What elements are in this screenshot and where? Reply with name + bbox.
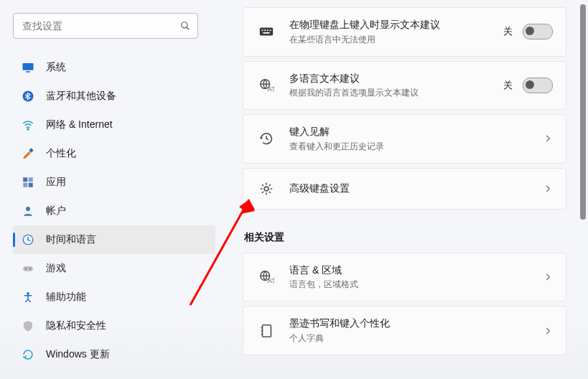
- svg-text:A字: A字: [268, 278, 274, 284]
- setting-card-2[interactable]: 键入见解查看键入和更正历史记录: [243, 114, 566, 164]
- svg-rect-2: [23, 63, 34, 70]
- sidebar-item-label: Windows 更新: [46, 348, 110, 361]
- scrollbar-thumb[interactable]: [580, 4, 586, 220]
- card-title: 语言 & 区域: [289, 263, 543, 278]
- chevron-right-icon: [543, 272, 553, 282]
- chevron-right-icon: [543, 134, 553, 144]
- sidebar-item-label: 系统: [46, 61, 66, 74]
- svg-line-1: [187, 27, 190, 30]
- chevron-right-icon: [543, 326, 553, 336]
- svg-rect-20: [267, 30, 269, 32]
- globe-text-icon: A字: [256, 75, 276, 95]
- svg-rect-7: [23, 177, 27, 182]
- svg-rect-3: [26, 71, 30, 72]
- bluetooth-icon: [20, 88, 36, 104]
- chevron-right-icon: [543, 184, 553, 194]
- sidebar-item-label: 辅助功能: [46, 291, 86, 304]
- monitor-icon: [20, 60, 36, 75]
- notebook-icon: [256, 321, 276, 341]
- toggle-switch[interactable]: [523, 24, 553, 39]
- card-subtitle: 语言包，区域格式: [289, 279, 543, 291]
- sidebar-item-4[interactable]: 应用: [13, 168, 215, 197]
- svg-rect-22: [263, 32, 269, 34]
- svg-rect-10: [29, 183, 33, 187]
- related-card-1[interactable]: 墨迹书写和键入个性化个人字典: [243, 306, 566, 355]
- related-card-0[interactable]: A字语言 & 区域语言包，区域格式: [243, 253, 566, 302]
- main-panel: 在物理键盘上键入时显示文本建议在某些语言中无法使用关A字多语言文本建议根据我的语…: [230, 0, 588, 379]
- toggle-switch[interactable]: [523, 78, 553, 93]
- sidebar-item-8[interactable]: 辅助功能: [13, 283, 215, 312]
- gear-icon: [256, 179, 276, 199]
- shield-icon: [20, 318, 36, 334]
- sidebar-item-label: 蓝牙和其他设备: [46, 90, 116, 103]
- sidebar-item-label: 帐户: [46, 205, 66, 217]
- card-text: 键入见解查看键入和更正历史记录: [289, 125, 543, 153]
- sidebar: 系统蓝牙和其他设备网络 & Internet个性化应用帐户时间和语言游戏辅助功能…: [13, 13, 215, 369]
- svg-rect-8: [29, 177, 33, 182]
- svg-point-25: [264, 187, 269, 191]
- svg-rect-21: [270, 30, 271, 32]
- svg-rect-19: [264, 30, 266, 32]
- brush-icon: [20, 146, 36, 162]
- sidebar-item-label: 网络 & Internet: [46, 118, 113, 131]
- card-subtitle: 在某些语言中无法使用: [289, 34, 503, 46]
- sidebar-item-label: 个性化: [46, 147, 76, 160]
- svg-text:A字: A字: [268, 86, 274, 93]
- card-title: 在物理键盘上键入时显示文本建议: [289, 18, 503, 32]
- search-box[interactable]: [13, 13, 198, 39]
- nav-list: 系统蓝牙和其他设备网络 & Internet个性化应用帐户时间和语言游戏辅助功能…: [13, 53, 215, 369]
- card-text: 语言 & 区域语言包，区域格式: [289, 263, 543, 291]
- card-text: 多语言文本建议根据我的语言首选项显示文本建议: [289, 72, 503, 100]
- card-title: 键入见解: [289, 125, 543, 139]
- card-text: 高级键盘设置: [289, 182, 543, 196]
- svg-rect-13: [23, 266, 33, 271]
- history-icon: [256, 128, 276, 149]
- svg-point-11: [26, 207, 30, 211]
- setting-card-0: 在物理键盘上键入时显示文本建议在某些语言中无法使用关: [243, 7, 566, 57]
- gamepad-icon: [20, 261, 36, 276]
- svg-rect-17: [260, 28, 273, 36]
- sidebar-item-1[interactable]: 蓝牙和其他设备: [13, 82, 215, 111]
- card-subtitle: 个人字典: [289, 332, 543, 345]
- svg-point-5: [27, 128, 29, 130]
- card-title: 多语言文本建议: [289, 72, 503, 86]
- keyboard-icon: [256, 22, 276, 42]
- sidebar-item-2[interactable]: 网络 & Internet: [13, 111, 215, 139]
- search-icon: [180, 21, 190, 31]
- clock-lang-icon: [20, 232, 36, 248]
- vertical-scrollbar[interactable]: [579, 4, 587, 375]
- card-text: 在物理键盘上键入时显示文本建议在某些语言中无法使用: [289, 18, 503, 46]
- related-settings-heading: 相关设置: [244, 231, 566, 244]
- sidebar-item-10[interactable]: Windows 更新: [13, 340, 215, 369]
- svg-point-16: [27, 292, 29, 295]
- card-title: 墨迹书写和键入个性化: [289, 317, 543, 331]
- sidebar-item-9[interactable]: 隐私和安全性: [13, 312, 215, 340]
- search-input[interactable]: [21, 19, 180, 32]
- card-text: 墨迹书写和键入个性化个人字典: [289, 317, 543, 345]
- card-subtitle: 根据我的语言首选项显示文本建议: [289, 87, 503, 99]
- sidebar-item-label: 时间和语言: [46, 233, 96, 246]
- globe-text-icon: A字: [256, 267, 276, 287]
- card-subtitle: 查看键入和更正历史记录: [289, 141, 543, 153]
- sidebar-item-6[interactable]: 时间和语言: [13, 225, 215, 254]
- svg-point-14: [25, 268, 27, 269]
- toggle-state-label: 关: [503, 79, 513, 92]
- grid-icon: [20, 174, 36, 190]
- wifi-icon: [20, 117, 36, 133]
- setting-card-1: A字多语言文本建议根据我的语言首选项显示文本建议关: [243, 61, 566, 111]
- svg-rect-28: [263, 324, 271, 337]
- setting-card-3[interactable]: 高级键盘设置: [243, 168, 566, 210]
- sidebar-item-3[interactable]: 个性化: [13, 139, 215, 168]
- sidebar-item-label: 隐私和安全性: [46, 319, 106, 332]
- svg-point-0: [182, 22, 187, 28]
- svg-rect-9: [23, 183, 27, 187]
- accessibility-icon: [20, 289, 36, 305]
- sidebar-item-label: 应用: [46, 176, 66, 189]
- sidebar-item-5[interactable]: 帐户: [13, 197, 215, 225]
- sidebar-item-7[interactable]: 游戏: [13, 254, 215, 283]
- sidebar-item-0[interactable]: 系统: [13, 53, 215, 82]
- svg-rect-6: [29, 148, 33, 152]
- update-icon: [20, 347, 36, 362]
- toggle-state-label: 关: [503, 25, 513, 38]
- svg-point-15: [29, 268, 31, 269]
